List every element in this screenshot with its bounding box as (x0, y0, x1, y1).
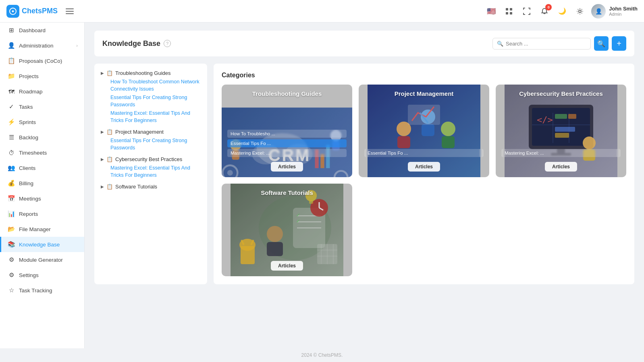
logo-text: ChetsPMS (22, 7, 58, 15)
footer-text: 2024 © ChetsPMS. (301, 352, 343, 358)
footer: 2024 © ChetsPMS. (0, 348, 644, 362)
tree-cat-label-software-tutorials: Software Tutorials (115, 184, 157, 190)
sidebar-label-sprints: Sprints (19, 119, 78, 125)
info-icon[interactable]: ? (164, 40, 171, 47)
card-articles-button-software-tutorials[interactable]: Articles (271, 261, 303, 271)
svg-rect-3 (506, 12, 508, 14)
card-content-software-tutorials: Software TutorialsArticles (222, 184, 352, 276)
tree-cat-cybersecurity: ▶ 📋 Cybersecurity Best Practices Masteri… (101, 156, 201, 179)
sidebar-item-task-tracking[interactable]: ☆ Task Tracking (0, 283, 84, 298)
sidebar-item-meetings[interactable]: 📅 Meetings (0, 191, 84, 206)
card-article-item[interactable]: How To Troublesho ... (227, 130, 347, 138)
sidebar-label-dashboard: Dashboard (19, 27, 78, 33)
sidebar-item-roadmap[interactable]: 🗺 Roadmap (0, 84, 84, 99)
card-articles-list-troubleshooting-guides: How To Troublesho ...Essential Tips Fo .… (227, 130, 347, 157)
sidebar-item-sprints[interactable]: ⚡ Sprints (0, 114, 84, 130)
tree-article[interactable]: Mastering Excel: Essential Tips And Tric… (110, 165, 201, 179)
sidebar-label-projects: Projects (19, 73, 78, 79)
tree-arrow-troubleshooting: ▶ (101, 71, 104, 75)
sidebar-icon-reports: 📊 (8, 210, 15, 217)
settings-gear-icon[interactable] (573, 5, 586, 18)
card-article-item[interactable]: Mastering Excel: ... (501, 149, 621, 157)
user-profile[interactable]: 👤 John Smith Admin (591, 4, 638, 19)
card-articles-button-troubleshooting-guides[interactable]: Articles (271, 162, 303, 172)
card-articles-button-project-management[interactable]: Articles (408, 162, 440, 172)
tree-article[interactable]: How To Troubleshoot Common Network Conne… (110, 79, 201, 93)
sidebar-item-timesheets[interactable]: ⏱ Timesheets (0, 145, 84, 160)
notification-icon[interactable]: 0 (538, 5, 551, 18)
sidebar-item-administration[interactable]: 👤 Administration › (0, 38, 84, 53)
topbar-right: 🇺🇸 0 🌙 (485, 4, 638, 19)
search-input[interactable] (506, 41, 586, 47)
categories-title: Categories (222, 72, 626, 79)
card-articles-list-project-management: Essential Tips Fo ... (364, 149, 484, 157)
card-title-cybersecurity: Cybersecurity Best Practices (501, 90, 621, 97)
app-logo[interactable]: ChetsPMS (6, 5, 58, 18)
card-article-item[interactable]: Essential Tips Fo ... (364, 149, 484, 157)
svg-rect-4 (510, 12, 512, 14)
sidebar-item-proposals[interactable]: 📋 Proposals (CoCo) (0, 53, 84, 68)
topbar: ChetsPMS 🇺🇸 (0, 0, 644, 23)
sidebar-item-tasks[interactable]: ✓ Tasks (0, 99, 84, 114)
sidebar-item-file-manager[interactable]: 📂 File Manager (0, 221, 84, 237)
tree-cat-header-project-management[interactable]: ▶ 📋 Project Management (101, 129, 201, 135)
card-article-item[interactable]: Mastering Excel: ... (227, 149, 347, 157)
sidebar-label-backlog: Backlog (19, 134, 78, 141)
card-article-item[interactable]: Essential Tips Fo ... (227, 139, 347, 147)
sidebar-item-clients[interactable]: 👥 Clients (0, 160, 84, 176)
kb-layout: ▶ 📋 Troubleshooting Guides How To Troubl… (94, 64, 634, 284)
sidebar-label-administration: Administration (19, 43, 72, 49)
hamburger-button[interactable] (64, 7, 75, 16)
tree-article[interactable]: Essential Tips For Creating Strong Passw… (110, 94, 201, 108)
card-title-project-management: Project Management (364, 90, 484, 97)
sidebar-icon-proposals: 📋 (8, 57, 15, 64)
sidebar-item-projects[interactable]: 📁 Projects (0, 68, 84, 84)
tree-cat-header-cybersecurity[interactable]: ▶ 📋 Cybersecurity Best Practices (101, 156, 201, 162)
apps-grid-icon[interactable] (503, 5, 515, 18)
sidebar-item-backlog[interactable]: ☰ Backlog (0, 130, 84, 145)
sidebar-label-settings: Settings (19, 272, 78, 278)
sidebar-label-proposals: Proposals (CoCo) (19, 58, 78, 64)
avatar: 👤 (591, 4, 606, 19)
search-button[interactable]: 🔍 (594, 36, 609, 51)
sidebar: ⊞ Dashboard 👤 Administration › 📋 Proposa… (0, 23, 85, 348)
sidebar-item-settings[interactable]: ⚙ Settings (0, 267, 84, 283)
cat-card-software-tutorials[interactable]: ✓ ✓ Software TutorialsArticles (222, 184, 352, 276)
fullscreen-icon[interactable] (520, 5, 533, 18)
sidebar-label-reports: Reports (19, 211, 78, 217)
svg-point-5 (579, 10, 581, 12)
tree-article[interactable]: Essential Tips For Creating Strong Passw… (110, 137, 201, 151)
sidebar-label-task-tracking: Task Tracking (19, 288, 78, 294)
dark-mode-icon[interactable]: 🌙 (556, 5, 569, 18)
tree-cat-label-project-management: Project Management (115, 129, 164, 135)
sidebar-icon-billing: 💰 (8, 180, 15, 187)
notification-badge: 0 (545, 4, 552, 10)
tree-cat-icon-software-tutorials: 📋 (106, 184, 113, 190)
logo-icon (6, 5, 19, 18)
card-articles-button-cybersecurity[interactable]: Articles (545, 162, 577, 172)
card-content-project-management: Project ManagementEssential Tips Fo ...A… (359, 85, 489, 177)
sidebar-item-dashboard[interactable]: ⊞ Dashboard (0, 23, 84, 38)
add-button[interactable]: + (612, 36, 626, 51)
sidebar-label-timesheets: Timesheets (19, 150, 78, 156)
sidebar-item-reports[interactable]: 📊 Reports (0, 206, 84, 221)
cat-card-project-management[interactable]: Project ManagementEssential Tips Fo ...A… (359, 85, 489, 177)
sidebar-label-meetings: Meetings (19, 196, 78, 202)
cat-card-cybersecurity[interactable]: </> Cybersecurity Best PracticesMasterin… (496, 85, 626, 177)
language-flag[interactable]: 🇺🇸 (485, 5, 498, 18)
sidebar-icon-knowledge-base: 📚 (8, 241, 15, 248)
tree-cat-header-software-tutorials[interactable]: ▶ 📋 Software Tutorials (101, 184, 201, 190)
user-name: John Smith (609, 6, 638, 12)
sidebar-item-billing[interactable]: 💰 Billing (0, 176, 84, 191)
sidebar-icon-module-generator: ⚙ (8, 256, 15, 263)
sidebar-icon-sprints: ⚡ (8, 118, 15, 126)
sidebar-item-module-generator[interactable]: ⚙ Module Generator (0, 252, 84, 267)
user-info: John Smith Admin (609, 6, 638, 17)
cat-grid: CRM Troubleshooting GuidesHow To Trouble… (222, 85, 626, 276)
cat-card-troubleshooting-guides[interactable]: CRM Troubleshooting GuidesHow To Trouble… (222, 85, 352, 177)
tree-cat-header-troubleshooting[interactable]: ▶ 📋 Troubleshooting Guides (101, 70, 201, 76)
tree-article[interactable]: Mastering Excel: Essential Tips And Tric… (110, 110, 201, 124)
page-title-row: Knowledge Base ? (102, 39, 171, 48)
sidebar-icon-dashboard: ⊞ (8, 27, 15, 34)
sidebar-item-knowledge-base[interactable]: 📚 Knowledge Base (0, 237, 84, 252)
